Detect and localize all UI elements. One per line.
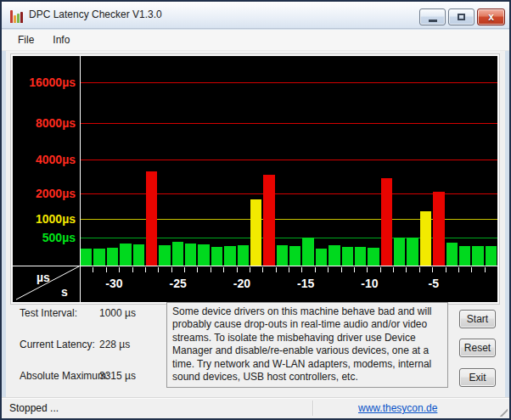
stat-value: 1000 µs — [99, 307, 136, 319]
latency-bar — [224, 246, 235, 266]
latency-chart: 16000µs8000µs4000µs2000µs1000µs500µs-30-… — [11, 54, 499, 304]
x-axis-unit-label: s — [61, 285, 68, 299]
menu-item-file[interactable]: File — [10, 31, 42, 48]
y-axis-label-1000us: 1000µs — [14, 212, 76, 226]
latency-bar — [185, 244, 196, 266]
app-icon-bar — [20, 12, 23, 23]
x-axis-label--30: -30 — [105, 277, 122, 290]
x-axis-tick — [497, 267, 498, 272]
x-axis-tick — [471, 267, 472, 272]
latency-bar — [107, 248, 118, 266]
latency-bar — [146, 171, 157, 266]
latency-bar — [133, 244, 144, 266]
x-axis-tick — [276, 267, 277, 272]
x-axis-tick — [485, 267, 486, 272]
latency-bar — [328, 245, 340, 266]
stat-value: 228 µs — [99, 339, 130, 350]
x-axis-tick — [446, 267, 446, 272]
x-axis-tick — [106, 267, 107, 272]
x-axis-tick — [145, 267, 146, 272]
maximize-icon — [458, 14, 465, 20]
x-axis-tick — [223, 267, 224, 272]
x-axis-tick — [184, 267, 185, 272]
x-axis-tick — [289, 267, 289, 272]
x-axis-label--20: -20 — [233, 277, 250, 290]
x-axis-tick — [211, 267, 211, 272]
app-icon — [9, 8, 25, 24]
maximize-button[interactable] — [448, 8, 474, 25]
x-axis-tick — [432, 267, 433, 272]
x-axis-tick — [380, 267, 381, 272]
resize-grip-icon[interactable] — [497, 406, 508, 417]
latency-bar — [381, 178, 392, 266]
start-button[interactable]: Start — [459, 310, 496, 328]
latency-bar — [238, 245, 249, 266]
x-axis-tick — [197, 267, 198, 272]
latency-bar — [459, 246, 470, 266]
latency-bar — [302, 238, 313, 266]
latency-bar — [486, 246, 497, 266]
statusbar-highlight — [2, 398, 509, 399]
close-icon: x — [488, 12, 494, 22]
x-axis-tick — [171, 267, 172, 272]
latency-bar — [368, 248, 379, 266]
latency-bar — [472, 246, 483, 266]
x-axis-tick — [458, 267, 459, 272]
x-axis-tick — [237, 267, 238, 272]
x-axis-tick — [328, 267, 328, 272]
app-icon-bar — [10, 10, 13, 23]
stat-label: Absolute Maximum: — [20, 370, 109, 382]
stat-label: Test Interval: — [20, 307, 77, 319]
latency-bar — [277, 245, 288, 266]
x-axis-tick — [393, 267, 394, 272]
minimize-button[interactable] — [419, 8, 446, 25]
menu-item-info[interactable]: Info — [45, 31, 77, 48]
latency-bar — [93, 249, 104, 266]
y-axis-label-4000us: 4000µs — [14, 153, 76, 166]
app-window: DPC Latency Checker V1.3.0 x FileInfo 16… — [0, 0, 511, 420]
menu-bar: FileInfo — [2, 30, 509, 51]
thesycon-link[interactable]: www.thesycon.de — [358, 402, 437, 414]
gridline-8000us — [80, 123, 497, 124]
x-axis-tick — [419, 267, 420, 272]
x-axis-tick — [132, 267, 133, 272]
y-axis-label-8000us: 8000µs — [14, 116, 76, 130]
status-bar: Stopped ... www.thesycon.de — [2, 397, 509, 418]
close-button[interactable]: x — [477, 8, 505, 25]
x-axis-tick — [367, 267, 368, 272]
x-axis-tick — [354, 267, 355, 272]
x-axis-tick — [301, 267, 302, 272]
latency-bar — [211, 247, 222, 266]
latency-bar — [420, 211, 431, 266]
x-axis-label--10: -10 — [361, 277, 378, 290]
x-axis-label--15: -15 — [297, 277, 314, 290]
latency-bar — [433, 192, 444, 266]
gridline-4000us — [80, 160, 497, 160]
status-message: Stopped ... — [9, 402, 59, 414]
x-axis-tick — [119, 267, 120, 272]
x-axis-tick — [315, 267, 316, 272]
latency-bar — [198, 244, 209, 266]
x-axis-tick — [250, 267, 250, 272]
window-title: DPC Latency Checker V1.3.0 — [29, 8, 162, 20]
reset-button[interactable]: Reset — [459, 339, 496, 357]
y-axis-label-500us: 500µs — [14, 231, 76, 244]
stat-label: Current Latency: — [20, 339, 95, 350]
x-axis-tick — [158, 267, 159, 272]
latency-bar — [316, 249, 327, 266]
stat-value: 3315 µs — [99, 370, 136, 382]
title-bar[interactable]: DPC Latency Checker V1.3.0 x — [2, 2, 509, 29]
client-area: 16000µs8000µs4000µs2000µs1000µs500µs-30-… — [6, 51, 505, 397]
latency-bar — [81, 249, 92, 266]
x-axis-label--5: -5 — [429, 277, 439, 290]
x-axis-line — [13, 266, 497, 266]
app-icon-bar — [14, 15, 16, 23]
latency-bar — [446, 243, 458, 266]
x-axis-tick — [406, 267, 407, 272]
exit-button[interactable]: Exit — [459, 368, 496, 387]
latency-bar — [250, 199, 261, 266]
x-axis-tick — [80, 267, 81, 272]
latency-bar — [159, 245, 170, 266]
latency-bar — [394, 238, 405, 266]
x-axis-tick — [262, 267, 263, 272]
